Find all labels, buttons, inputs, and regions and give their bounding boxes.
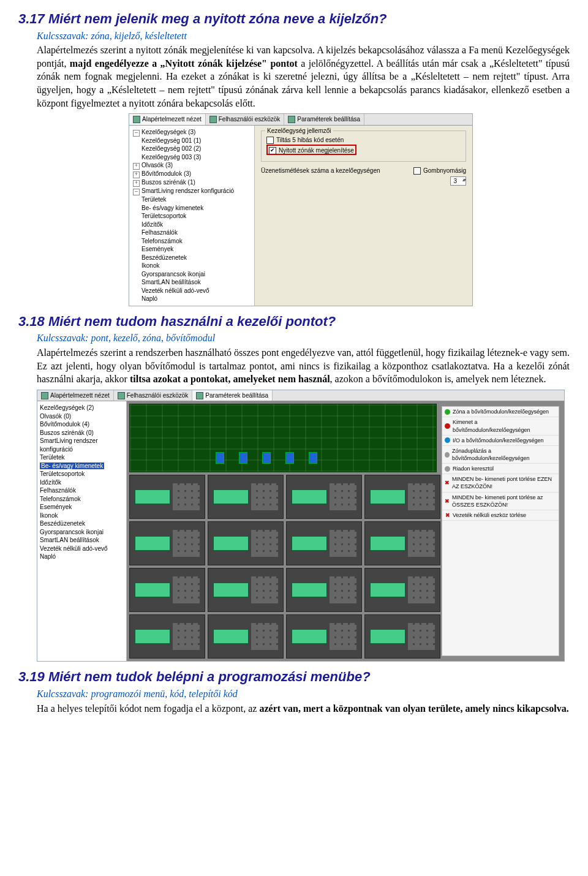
tab-label: Felhasználói eszközök bbox=[127, 391, 189, 400]
group-title: Üzenetismétlések száma a kezelőegységen bbox=[261, 167, 380, 175]
tab-parameters[interactable]: Paraméterek beállítása bbox=[284, 114, 364, 125]
tree-node[interactable]: Ikonok bbox=[132, 262, 254, 270]
tree-node[interactable]: Területcsoportok bbox=[132, 212, 254, 221]
keypad-device[interactable] bbox=[129, 521, 205, 565]
tab-user-tools[interactable]: Felhasználói eszközök bbox=[206, 114, 285, 125]
tree-label: Időzítők bbox=[141, 221, 163, 228]
terminal-chip[interactable] bbox=[285, 452, 294, 464]
checkbox-lockout[interactable]: Tiltás 5 hibás kód esetén bbox=[266, 136, 461, 145]
collapse-icon[interactable] bbox=[133, 189, 140, 195]
keypad-device[interactable] bbox=[208, 568, 284, 612]
collapse-icon[interactable] bbox=[133, 130, 140, 137]
tree-label: Olvasók (0) bbox=[40, 413, 71, 420]
tree-node[interactable]: SmartLiving rendszer konfiguráció bbox=[132, 187, 254, 195]
tree-node[interactable]: Kezelőegység 001 (1) bbox=[132, 137, 254, 145]
tree-node[interactable]: Vezeték nélküli adó-vevő bbox=[132, 287, 254, 295]
terminal-chip[interactable] bbox=[262, 452, 271, 464]
keypad-device[interactable] bbox=[286, 614, 362, 659]
tree-node[interactable]: Bővítőmodulok (4) bbox=[40, 420, 126, 429]
tree-node[interactable]: SmartLAN beállítások bbox=[40, 536, 126, 545]
legend-item[interactable]: Kimenet a bővítőmodulon/kezelőegységen bbox=[442, 417, 559, 435]
checkbox-show-open-zones[interactable]: Nyitott zónák megjelenítése bbox=[269, 146, 354, 155]
expand-icon[interactable] bbox=[133, 172, 140, 178]
keypad-device[interactable] bbox=[208, 521, 284, 565]
tree-node[interactable]: Felhasználók bbox=[40, 486, 126, 495]
terminal-chip[interactable] bbox=[239, 452, 247, 464]
tab-parameters[interactable]: Paraméterek beállítása bbox=[192, 390, 273, 401]
keypad-device[interactable] bbox=[364, 614, 440, 659]
tree-node[interactable]: Olvasók (0) bbox=[40, 412, 126, 421]
tree-node[interactable]: Események bbox=[40, 503, 126, 512]
tree-node[interactable]: Események bbox=[132, 245, 254, 254]
tree-node[interactable]: Gyorsparancsok ikonjai bbox=[132, 270, 254, 279]
lcd-screen-icon bbox=[292, 583, 327, 597]
board-layout-area[interactable]: Zóna a bővítőmodulon/kezelőegységenKimen… bbox=[127, 401, 564, 661]
tree-node[interactable]: Gyorsparancsok ikonjai bbox=[40, 528, 126, 537]
legend-item[interactable]: Riadon keresztül bbox=[442, 464, 559, 474]
tree-node[interactable]: Vezeték nélküli adó-vevő bbox=[40, 545, 126, 553]
lcd-screen-icon bbox=[213, 583, 249, 597]
keypad-device[interactable] bbox=[364, 521, 440, 565]
tree-label: Események bbox=[40, 504, 72, 510]
keypad-device[interactable] bbox=[129, 568, 205, 612]
keypad-device[interactable] bbox=[286, 568, 362, 612]
tree-node[interactable]: Beszédüzenetek bbox=[40, 519, 126, 528]
nav-tree[interactable]: Kezelőegységek (2)Olvasók (0)Bővítőmodul… bbox=[37, 401, 127, 661]
tree-node[interactable]: Időzítők bbox=[40, 478, 126, 487]
cb-label: Tiltás 5 hibás kód esetén bbox=[276, 136, 344, 145]
expand-icon[interactable] bbox=[133, 180, 140, 187]
tab-user-tools[interactable]: Felhasználói eszközök bbox=[114, 390, 193, 401]
tree-node[interactable]: Területek bbox=[40, 453, 126, 462]
nav-tree[interactable]: Kezelőegységek (3)Kezelőegység 001 (1)Ke… bbox=[129, 126, 255, 306]
tree-node[interactable]: Ikonok bbox=[40, 512, 126, 520]
tree-node[interactable]: Buszos szirénák (0) bbox=[40, 429, 126, 437]
tree-node[interactable]: Telefonszámok bbox=[132, 237, 254, 246]
tree-node[interactable]: Időzítők bbox=[132, 221, 254, 229]
checkbox-until-keypress[interactable]: Gombnyomásig bbox=[413, 167, 466, 175]
tree-label: Beszédüzenetek bbox=[141, 254, 187, 261]
keypad-device[interactable] bbox=[208, 475, 284, 519]
tree-label: Felhasználók bbox=[40, 487, 76, 494]
tree-node[interactable]: Felhasználók bbox=[132, 228, 254, 237]
keypad-device[interactable] bbox=[286, 475, 362, 519]
tree-node[interactable]: Buszos szirénák (1) bbox=[132, 178, 254, 187]
lcd-screen-icon bbox=[370, 583, 405, 597]
tree-node[interactable]: Kezelőegység 003 (3) bbox=[132, 153, 254, 162]
tree-node[interactable]: Területek bbox=[132, 195, 254, 204]
legend-item[interactable]: I/O a bővítőmodulon/kezelőegységen bbox=[442, 436, 559, 446]
tree-node[interactable]: SmartLiving rendszer konfiguráció bbox=[40, 437, 126, 453]
tree-node[interactable]: Területcsoportok bbox=[40, 470, 126, 478]
tree-node[interactable]: Telefonszámok bbox=[40, 495, 126, 504]
tree-node[interactable]: Napló bbox=[132, 295, 254, 303]
terminal-chip[interactable] bbox=[309, 452, 317, 464]
legend-item[interactable]: ✖MINDEN be- kimeneti pont törlése az ÖSS… bbox=[442, 493, 559, 510]
tree-node[interactable]: Be- és/vagy kimenetek bbox=[40, 462, 126, 470]
tree-node[interactable]: Olvasók (3) bbox=[132, 161, 254, 170]
keypad-buttons-icon bbox=[408, 623, 435, 650]
tab-default-view[interactable]: Alapértelmezett nézet bbox=[129, 114, 206, 125]
legend-item[interactable]: Zóna a bővítőmodulon/kezelőegységen bbox=[442, 407, 559, 417]
legend-item[interactable]: ✖MINDEN be- kimeneti pont törlése EZEN A… bbox=[442, 474, 559, 492]
tree-node[interactable]: Be- és/vagy kimenetek bbox=[132, 204, 254, 213]
lcd-screen-icon bbox=[135, 489, 170, 504]
expand-icon[interactable] bbox=[133, 163, 140, 170]
repeat-count-spinner[interactable]: 3 bbox=[450, 176, 466, 186]
tree-node[interactable]: Beszédüzenetek bbox=[132, 254, 254, 262]
keypad-device[interactable] bbox=[129, 475, 205, 519]
tree-node[interactable]: Kezelőegységek (3) bbox=[132, 128, 254, 137]
tree-node[interactable]: Napló bbox=[40, 553, 126, 561]
tree-node[interactable]: Kezelőegységek (2) bbox=[40, 404, 126, 412]
tree-node[interactable]: Kezelőegység 002 (2) bbox=[132, 145, 254, 153]
keypad-device[interactable] bbox=[286, 521, 362, 565]
terminal-chip[interactable] bbox=[216, 452, 224, 464]
legend-item[interactable]: ✖Vezeték nélküli eszköz törlése bbox=[442, 510, 559, 521]
tree-node[interactable]: SmartLAN beállítások bbox=[132, 278, 254, 287]
keypad-device[interactable] bbox=[129, 614, 205, 659]
tab-default-view[interactable]: Alapértelmezett nézet bbox=[37, 390, 114, 401]
keypad-device[interactable] bbox=[364, 568, 440, 612]
keypad-device[interactable] bbox=[208, 614, 284, 659]
keypad-device[interactable] bbox=[364, 475, 440, 519]
main-board[interactable] bbox=[129, 404, 437, 472]
legend-item[interactable]: Zónaduplázás a bővítőmodulon/kezelőegysé… bbox=[442, 446, 559, 464]
tree-node[interactable]: Bővítőmodulok (3) bbox=[132, 170, 254, 178]
